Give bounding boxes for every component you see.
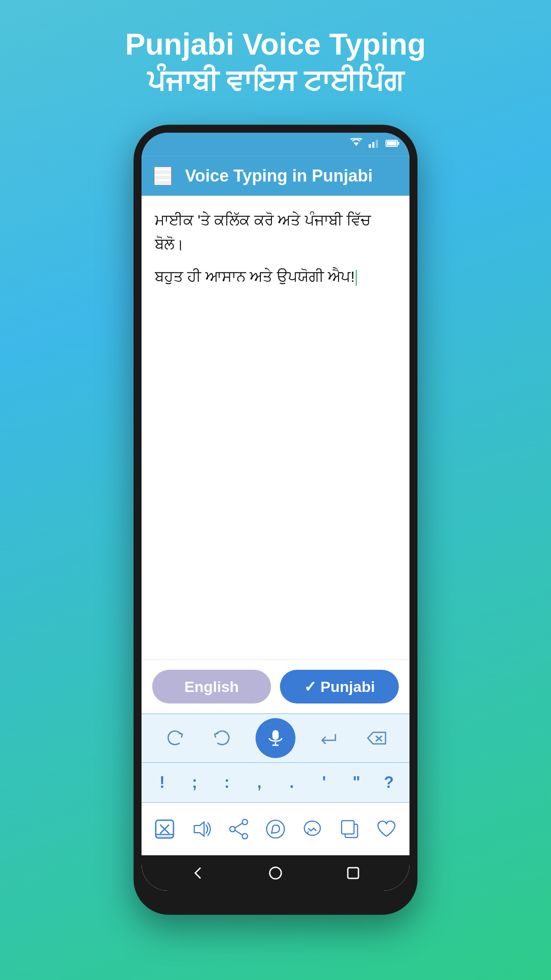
recent-nav-button[interactable] (338, 858, 369, 889)
text-area[interactable]: ਮਾਈਕ 'ਤੇ ਕਲਿੱਕ ਕਰੋ ਅਤੇ ਪੰਜਾਬੀ ਵਿੱਚ ਬੋਲੋ।… (142, 196, 409, 660)
battery-icon (386, 138, 400, 150)
phone-screen: Voice Typing in Punjabi ਮਾਈਕ 'ਤੇ ਕਲਿੱਕ ਕ… (142, 133, 409, 891)
undo-button[interactable] (207, 723, 238, 754)
svg-point-23 (242, 834, 248, 839)
punct-apostrophe[interactable]: ' (309, 773, 340, 792)
svg-rect-8 (155, 174, 171, 176)
svg-line-25 (235, 830, 242, 835)
app-title-area: Punjabi Voice Typing ਪੰਜਾਬੀ ਵਾਇਸ ਟਾਈਪਿੰਗ (125, 27, 426, 98)
signal-icon (368, 138, 380, 150)
wifi-icon (350, 138, 362, 150)
menu-button[interactable] (154, 166, 172, 186)
mic-button[interactable] (256, 718, 295, 758)
punct-exclaim[interactable]: ! (147, 773, 178, 792)
copy-button[interactable] (332, 811, 367, 847)
whatsapp-button[interactable] (258, 811, 293, 847)
text-cursor (356, 270, 357, 286)
clear-button[interactable] (147, 811, 182, 847)
svg-rect-10 (272, 730, 279, 740)
enter-button[interactable] (313, 723, 344, 754)
punct-question[interactable]: ? (374, 773, 405, 792)
punct-quote[interactable]: " (341, 773, 372, 792)
text-line-1: ਮਾਈਕ 'ਤੇ ਕਲਿੱਕ ਕਰੋ ਅਤੇ ਪੰਜਾਬੀ ਵਿੱਚ ਬੋਲੋ। (155, 208, 396, 257)
svg-rect-31 (348, 868, 358, 878)
redo-button[interactable] (159, 723, 190, 754)
favorite-button[interactable] (369, 811, 404, 847)
svg-rect-29 (342, 821, 354, 834)
svg-rect-7 (155, 169, 171, 170)
app-title-english: Punjabi Voice Typing (125, 27, 426, 61)
svg-point-26 (267, 820, 284, 838)
svg-rect-9 (155, 179, 171, 181)
svg-line-24 (235, 823, 242, 828)
app-bar-title: Voice Typing in Punjabi (185, 166, 373, 186)
punct-colon[interactable]: : (212, 773, 243, 792)
punct-semicolon[interactable]: ; (179, 773, 210, 792)
english-language-button[interactable]: English (152, 670, 271, 703)
svg-rect-6 (387, 141, 397, 146)
keyboard-toolbar (142, 713, 409, 762)
svg-marker-20 (194, 822, 204, 836)
punctuation-row: ! ; : , . ' " ? (142, 762, 409, 802)
svg-rect-3 (376, 140, 378, 148)
svg-point-30 (270, 867, 281, 879)
language-buttons: English ✓ Punjabi (142, 660, 409, 713)
phone-frame: Voice Typing in Punjabi ਮਾਈਕ 'ਤੇ ਕਲਿੱਕ ਕ… (134, 125, 417, 915)
action-row (142, 802, 409, 855)
svg-point-27 (304, 821, 320, 835)
svg-point-22 (230, 826, 235, 832)
svg-rect-5 (398, 142, 399, 145)
svg-point-21 (242, 819, 248, 825)
nav-bar (142, 855, 409, 891)
home-nav-button[interactable] (260, 858, 291, 889)
punjabi-language-button[interactable]: ✓ Punjabi (280, 670, 399, 703)
speaker-button[interactable] (184, 811, 219, 847)
back-nav-button[interactable] (182, 858, 213, 889)
svg-rect-2 (372, 142, 374, 148)
app-title-punjabi: ਪੰਜਾਬੀ ਵਾਇਸ ਟਾਈਪਿੰਗ (125, 65, 426, 98)
app-bar: Voice Typing in Punjabi (142, 156, 409, 196)
svg-rect-1 (369, 144, 371, 148)
status-bar (142, 133, 409, 156)
svg-marker-0 (354, 142, 359, 146)
text-line-2: ਬਹੁਤ ਹੀ ਆਸਾਨ ਅਤੇ ਉਪਯੋਗੀ ਐਪ! (155, 265, 396, 288)
punct-period[interactable]: . (276, 773, 307, 792)
messenger-button[interactable] (295, 811, 330, 847)
punct-comma[interactable]: , (244, 773, 275, 792)
backspace-button[interactable] (361, 723, 392, 754)
share-button[interactable] (221, 811, 256, 847)
